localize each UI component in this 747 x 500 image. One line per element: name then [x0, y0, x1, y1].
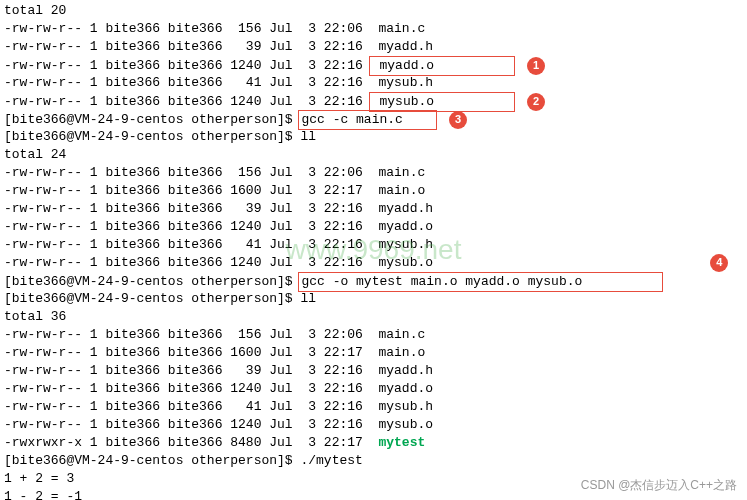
- annotation-badge: 3: [449, 111, 467, 129]
- terminal-line: [bite366@VM-24-9-centos otherperson]$ gc…: [4, 110, 743, 128]
- terminal-line: -rw-rw-r-- 1 bite366 bite366 1240 Jul 3 …: [4, 218, 743, 236]
- shell-prompt: [bite366@VM-24-9-centos otherperson]$: [4, 129, 300, 144]
- annotation-badge: 4: [710, 254, 728, 272]
- terminal-line: -rw-rw-r-- 1 bite366 bite366 1240 Jul 3 …: [4, 416, 743, 434]
- shell-command: ll: [300, 291, 316, 306]
- terminal-line: -rw-rw-r-- 1 bite366 bite366 1600 Jul 3 …: [4, 182, 743, 200]
- terminal-line: -rw-rw-r-- 1 bite366 bite366 41 Jul 3 22…: [4, 236, 743, 254]
- terminal-line: [bite366@VM-24-9-centos otherperson]$ ll: [4, 290, 743, 308]
- terminal-line: total 36: [4, 308, 743, 326]
- shell-prompt: [bite366@VM-24-9-centos otherperson]$: [4, 112, 300, 127]
- annotation-badge: 2: [527, 93, 545, 111]
- terminal-line: [bite366@VM-24-9-centos otherperson]$ ./…: [4, 452, 743, 470]
- shell-prompt: [bite366@VM-24-9-centos otherperson]$: [4, 274, 300, 289]
- terminal-line: -rw-rw-r-- 1 bite366 bite366 41 Jul 3 22…: [4, 74, 743, 92]
- highlighted-command: gcc -c main.c: [298, 110, 437, 130]
- terminal-line: -rw-rw-r-- 1 bite366 bite366 156 Jul 3 2…: [4, 20, 743, 38]
- terminal-line: -rw-rw-r-- 1 bite366 bite366 39 Jul 3 22…: [4, 38, 743, 56]
- terminal-line: -rwxrwxr-x 1 bite366 bite366 8480 Jul 3 …: [4, 434, 743, 452]
- terminal-line: -rw-rw-r-- 1 bite366 bite366 39 Jul 3 22…: [4, 362, 743, 380]
- terminal-line: -rw-rw-r-- 1 bite366 bite366 39 Jul 3 22…: [4, 200, 743, 218]
- shell-prompt: [bite366@VM-24-9-centos otherperson]$: [4, 291, 300, 306]
- terminal-line: -rw-rw-r-- 1 bite366 bite366 1240 Jul 3 …: [4, 254, 743, 272]
- terminal-line: -rw-rw-r-- 1 bite366 bite366 156 Jul 3 2…: [4, 326, 743, 344]
- terminal-line: -rw-rw-r-- 1 bite366 bite366 1240 Jul 3 …: [4, 56, 743, 74]
- annotation-badge: 1: [527, 57, 545, 75]
- terminal-line: total 20: [4, 2, 743, 20]
- terminal-output: total 20-rw-rw-r-- 1 bite366 bite366 156…: [0, 0, 747, 500]
- terminal-line: [bite366@VM-24-9-centos otherperson]$ ll: [4, 128, 743, 146]
- terminal-line: total 24: [4, 146, 743, 164]
- terminal-line: -rw-rw-r-- 1 bite366 bite366 41 Jul 3 22…: [4, 398, 743, 416]
- shell-command: ./mytest: [300, 453, 362, 468]
- executable-filename: mytest: [378, 435, 425, 450]
- terminal-line: -rw-rw-r-- 1 bite366 bite366 1240 Jul 3 …: [4, 92, 743, 110]
- shell-prompt: [bite366@VM-24-9-centos otherperson]$: [4, 453, 300, 468]
- terminal-line: -rw-rw-r-- 1 bite366 bite366 156 Jul 3 2…: [4, 164, 743, 182]
- terminal-line: -rw-rw-r-- 1 bite366 bite366 1240 Jul 3 …: [4, 380, 743, 398]
- terminal-line: -rw-rw-r-- 1 bite366 bite366 1600 Jul 3 …: [4, 344, 743, 362]
- highlighted-command: gcc -o mytest main.o myadd.o mysub.o: [298, 272, 663, 292]
- shell-command: ll: [300, 129, 316, 144]
- footer-credit: CSDN @杰信步迈入C++之路: [581, 477, 737, 494]
- terminal-line: [bite366@VM-24-9-centos otherperson]$ gc…: [4, 272, 743, 290]
